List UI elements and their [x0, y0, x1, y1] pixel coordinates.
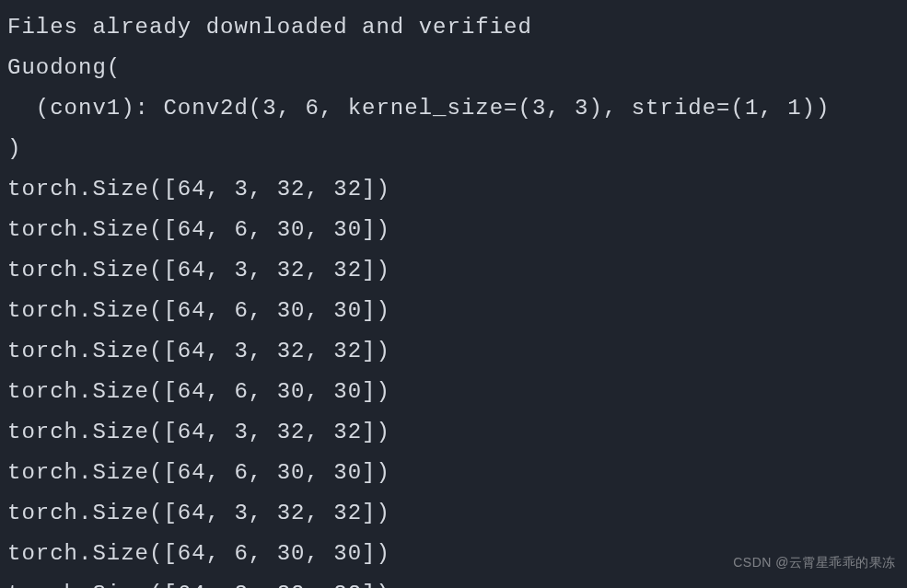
output-line: torch.Size([64, 3, 32, 32]) [7, 169, 907, 210]
watermark-text: CSDN @云霄星乖乖的果冻 [733, 555, 896, 571]
output-line: ) [7, 129, 907, 169]
output-line: torch.Size([64, 3, 32, 32]) [7, 412, 907, 453]
output-line: torch.Size([64, 6, 30, 30]) [7, 291, 907, 331]
output-line: (conv1): Conv2d(3, 6, kernel_size=(3, 3)… [7, 88, 907, 129]
output-line: Files already downloaded and verified [7, 7, 907, 48]
output-line: torch.Size([64, 3, 32, 32]) [7, 331, 907, 372]
terminal-output: Files already downloaded and verified Gu… [7, 7, 907, 588]
output-line: torch.Size([64, 3, 32, 32]) [7, 250, 907, 291]
output-line: torch.Size([64, 3, 32, 32]) [7, 493, 907, 534]
output-line: torch.Size([64, 6, 30, 30]) [7, 372, 907, 412]
output-line: torch.Size([64, 6, 30, 30]) [7, 453, 907, 493]
output-line: torch.Size([64, 3, 32, 32]) [7, 574, 907, 588]
output-line: torch.Size([64, 6, 30, 30]) [7, 210, 907, 250]
output-line: Guodong( [7, 48, 907, 88]
